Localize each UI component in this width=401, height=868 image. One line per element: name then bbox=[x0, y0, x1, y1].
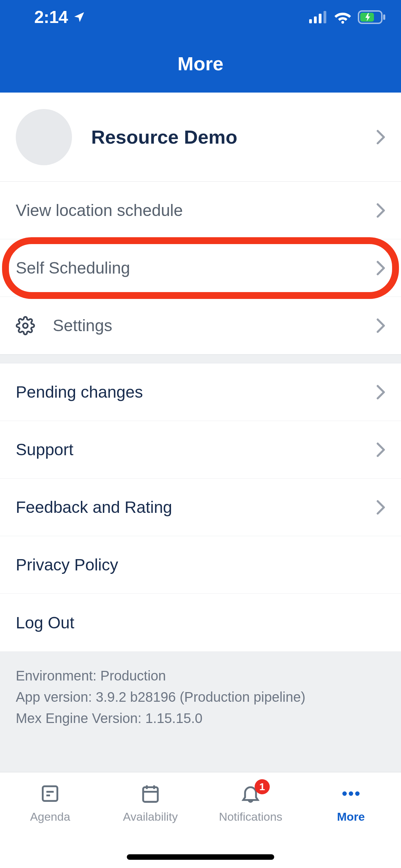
chevron-right-icon bbox=[376, 500, 385, 515]
chevron-right-icon bbox=[376, 203, 385, 218]
cellular-signal-icon bbox=[309, 11, 328, 23]
status-bar: 2:14 bbox=[0, 0, 401, 34]
tab-availability[interactable]: Availability bbox=[100, 772, 201, 868]
gear-icon bbox=[16, 316, 35, 335]
svg-rect-2 bbox=[319, 14, 321, 23]
battery-charging-icon bbox=[358, 10, 386, 24]
tab-label: Availability bbox=[123, 810, 178, 823]
svg-rect-0 bbox=[309, 19, 312, 23]
row-label: Log Out bbox=[16, 613, 385, 632]
tab-label: Notifications bbox=[219, 810, 282, 823]
chevron-right-icon bbox=[376, 385, 385, 400]
row-label: Self Scheduling bbox=[16, 258, 376, 277]
profile-row[interactable]: Resource Demo bbox=[0, 93, 401, 182]
mex-version-text: Mex Engine Version: 1.15.15.0 bbox=[16, 708, 385, 729]
row-label: Pending changes bbox=[16, 383, 376, 401]
page-header: More bbox=[0, 34, 401, 93]
row-label: Feedback and Rating bbox=[16, 498, 376, 517]
row-label: View location schedule bbox=[16, 201, 376, 220]
logout-row[interactable]: Log Out bbox=[0, 594, 401, 651]
chevron-right-icon bbox=[376, 442, 385, 457]
feedback-row[interactable]: Feedback and Rating bbox=[0, 479, 401, 536]
app-version-text: App version: 3.9.2 b28196 (Production pi… bbox=[16, 686, 385, 708]
profile-name: Resource Demo bbox=[91, 126, 376, 148]
tab-bar: Agenda Availability Notifications bbox=[0, 772, 401, 868]
chevron-right-icon bbox=[376, 261, 385, 276]
agenda-icon bbox=[39, 783, 61, 805]
tab-notifications[interactable]: Notifications 1 bbox=[200, 772, 301, 868]
avatar bbox=[16, 109, 72, 165]
chevron-right-icon bbox=[376, 130, 385, 145]
svg-rect-7 bbox=[383, 14, 385, 20]
environment-text: Environment: Production bbox=[16, 665, 385, 686]
view-location-schedule-row[interactable]: View location schedule bbox=[0, 182, 401, 239]
support-row[interactable]: Support bbox=[0, 421, 401, 479]
status-time: 2:14 bbox=[34, 7, 68, 27]
svg-point-18 bbox=[355, 792, 360, 796]
row-label: Support bbox=[16, 440, 376, 459]
tab-label: Agenda bbox=[30, 810, 70, 823]
notification-badge: 1 bbox=[255, 779, 270, 794]
tab-label: More bbox=[337, 810, 365, 823]
svg-rect-9 bbox=[43, 786, 58, 801]
calendar-icon bbox=[139, 783, 161, 805]
svg-point-8 bbox=[23, 323, 28, 328]
section-divider bbox=[0, 354, 401, 363]
pending-changes-row[interactable]: Pending changes bbox=[0, 363, 401, 421]
privacy-policy-row[interactable]: Privacy Policy bbox=[0, 536, 401, 594]
tab-more[interactable]: More bbox=[301, 772, 401, 868]
svg-point-16 bbox=[342, 792, 347, 796]
wifi-icon bbox=[334, 11, 352, 24]
more-dots-icon bbox=[340, 783, 362, 805]
self-scheduling-row[interactable]: Self Scheduling bbox=[0, 239, 401, 297]
svg-rect-3 bbox=[324, 11, 326, 23]
row-label: Privacy Policy bbox=[16, 555, 385, 574]
tab-agenda[interactable]: Agenda bbox=[0, 772, 100, 868]
svg-rect-12 bbox=[143, 787, 158, 802]
page-title: More bbox=[178, 52, 223, 75]
settings-row[interactable]: Settings bbox=[0, 297, 401, 354]
home-indicator bbox=[127, 854, 274, 860]
row-label: Settings bbox=[53, 316, 376, 335]
svg-point-4 bbox=[341, 21, 344, 24]
svg-point-17 bbox=[349, 792, 353, 796]
location-arrow-icon bbox=[73, 11, 86, 24]
chevron-right-icon bbox=[376, 318, 385, 333]
svg-rect-1 bbox=[314, 16, 317, 23]
